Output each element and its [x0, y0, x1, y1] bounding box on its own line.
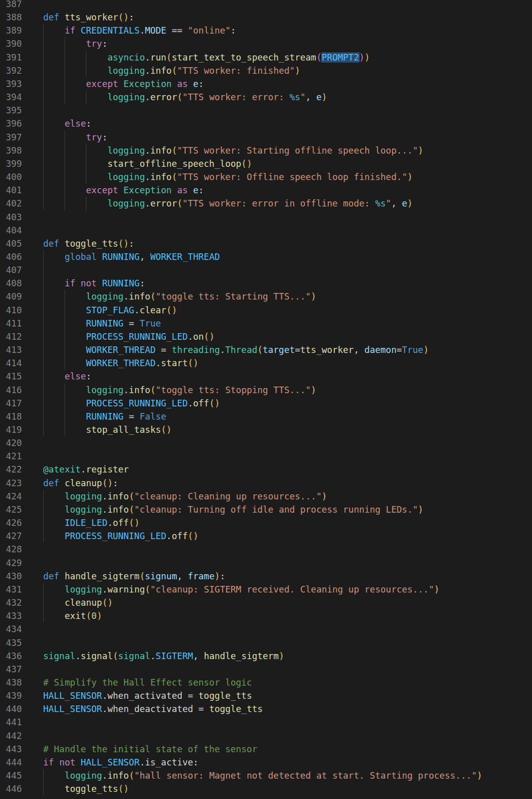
code-line[interactable]: 423def cleanup(): [0, 477, 532, 490]
code-line[interactable]: 433 exit(0) [0, 609, 532, 623]
code-line[interactable]: 394 logging.error("TTS worker: error: %s… [0, 91, 532, 104]
code-line[interactable]: 439HALL_SENSOR.when_activated = toggle_t… [0, 689, 532, 702]
code-line[interactable]: 437 [0, 663, 532, 676]
code-line[interactable]: 421 [0, 450, 532, 463]
code-line[interactable]: 388def tts_worker(): [0, 11, 532, 24]
code-line[interactable]: 399 start_offline_speech_loop() [0, 157, 532, 170]
code-line[interactable]: 410 STOP_FLAG.clear() [0, 304, 532, 317]
code-line[interactable]: 406 global RUNNING, WORKER_THREAD [0, 250, 532, 263]
code-line[interactable]: 441 [0, 716, 532, 729]
code-line[interactable]: 407 [0, 263, 532, 277]
code-content: logging.error("TTS worker: error: %s", e… [43, 91, 532, 104]
code-line[interactable]: 446 toggle_tts() [0, 782, 532, 795]
code-line[interactable]: 400 logging.info("TTS worker: Offline sp… [0, 170, 532, 184]
code-line[interactable]: 403 [0, 211, 532, 224]
code-content [43, 543, 532, 556]
code-line[interactable]: 440HALL_SENSOR.when_deactivated = toggle… [0, 702, 532, 716]
token-b1: ) [97, 611, 102, 621]
code-line[interactable]: 389 if CREDENTIALS.MODE == "online": [0, 24, 532, 37]
token-pl: = [123, 411, 140, 422]
token-cst: PROCESS_RUNNING_LED [86, 332, 187, 342]
token-pl [97, 278, 102, 288]
token-cst: STOP_FLAG [86, 305, 134, 315]
token-ws [43, 771, 65, 781]
code-content: RUNNING = False [43, 410, 532, 423]
code-editor[interactable]: 387388def tts_worker():389 if CREDENTIAL… [0, 0, 532, 795]
code-line[interactable]: 420 [0, 436, 532, 450]
code-line[interactable]: 405def toggle_tts(): [0, 237, 532, 250]
code-line[interactable]: 397 try: [0, 131, 532, 144]
token-ws [43, 371, 65, 381]
code-line[interactable]: 395 [0, 104, 532, 117]
code-line[interactable]: 432 cleanup() [0, 596, 532, 609]
code-line[interactable]: 427 PROCESS_RUNNING_LED.off() [0, 529, 532, 543]
token-mod: asyncio [107, 52, 145, 63]
token-pl [54, 757, 59, 767]
token-kw2: def [43, 239, 59, 249]
indent-guide [43, 516, 44, 529]
token-pl: . [102, 704, 108, 714]
token-str: "cleanup: Turning off idle and process r… [134, 505, 418, 515]
code-line[interactable]: 417 PROCESS_RUNNING_LED.off() [0, 397, 532, 410]
code-line[interactable]: 413 WORKER_THREAD = threading.Thread(tar… [0, 343, 532, 357]
code-line[interactable]: 416 logging.info("toggle tts: Stopping T… [0, 383, 532, 397]
code-line[interactable]: 402 logging.error("TTS worker: error in … [0, 197, 532, 210]
indent-guide [65, 144, 65, 157]
code-line[interactable]: 393 except Exception as e: [0, 77, 532, 91]
code-line[interactable]: 435 [0, 636, 532, 649]
code-line[interactable]: 391 asyncio.run(start_text_to_speech_str… [0, 51, 532, 64]
code-line[interactable]: 409 logging.info("toggle tts: Starting T… [0, 290, 532, 303]
indent-guide [43, 144, 44, 157]
code-line[interactable]: 411 RUNNING = True [0, 317, 532, 330]
indent-guide [43, 24, 44, 37]
code-line[interactable]: 426 IDLE_LED.off() [0, 516, 532, 529]
token-pl [188, 185, 194, 195]
code-line[interactable]: 390 try: [0, 37, 532, 50]
code-line[interactable]: 404 [0, 224, 532, 237]
code-line[interactable]: 445 logging.info("hall sensor: Magnet no… [0, 769, 532, 782]
code-line[interactable]: 401 except Exception as e: [0, 184, 532, 197]
code-content [43, 211, 532, 224]
code-line[interactable]: 425 logging.info("cleanup: Turning off i… [0, 503, 532, 516]
code-line[interactable]: 415 else: [0, 370, 532, 383]
code-line[interactable]: 419 stop_all_tasks() [0, 423, 532, 436]
indent-guide [43, 769, 44, 782]
token-b1: ( [129, 505, 135, 515]
code-line[interactable]: 443# Handle the initial state of the sen… [0, 743, 532, 756]
code-line[interactable]: 429 [0, 556, 532, 570]
code-line[interactable]: 396 else: [0, 117, 532, 130]
token-fn: toggle_tts [209, 704, 263, 714]
code-content [43, 729, 532, 743]
token-b1: ( [177, 198, 182, 209]
token-b1: ) [279, 651, 285, 661]
line-number: 429 [0, 556, 22, 570]
token-ws [43, 92, 107, 102]
code-line[interactable]: 387 [0, 0, 532, 11]
code-line[interactable]: 438# Simplify the Hall Effect sensor log… [0, 676, 532, 689]
token-prop: is_active [145, 757, 193, 767]
code-line[interactable]: 436signal.signal(signal.SIGTERM, handle_… [0, 649, 532, 663]
code-line[interactable]: 418 RUNNING = False [0, 410, 532, 423]
token-kw2: def [43, 478, 59, 488]
code-line[interactable]: 442 [0, 729, 532, 743]
token-pl [59, 239, 65, 249]
line-number: 396 [0, 117, 22, 130]
code-line[interactable]: 392 logging.info("TTS worker: finished") [0, 64, 532, 77]
token-ws [43, 25, 65, 36]
code-line[interactable]: 414 WORKER_THREAD.start() [0, 357, 532, 370]
code-line[interactable]: 412 PROCESS_RUNNING_LED.on() [0, 330, 532, 343]
token-fn: info [129, 385, 150, 395]
code-line[interactable]: 424 logging.info("cleanup: Cleaning up r… [0, 490, 532, 503]
token-kw: if [65, 278, 75, 288]
indent-guide [65, 410, 65, 423]
token-b1: ( [113, 651, 118, 661]
code-line[interactable]: 422@atexit.register [0, 463, 532, 476]
code-line[interactable]: 398 logging.info("TTS worker: Starting o… [0, 144, 532, 157]
code-line[interactable]: 434 [0, 623, 532, 636]
code-line[interactable]: 444if not HALL_SENSOR.is_active: [0, 756, 532, 769]
code-line[interactable]: 428 [0, 543, 532, 556]
code-line[interactable]: 430def handle_sigterm(signum, frame): [0, 570, 532, 583]
code-line[interactable]: 408 if not RUNNING: [0, 277, 532, 290]
code-line[interactable]: 431 logging.warning("cleanup: SIGTERM re… [0, 583, 532, 596]
token-kw: as [177, 185, 187, 195]
